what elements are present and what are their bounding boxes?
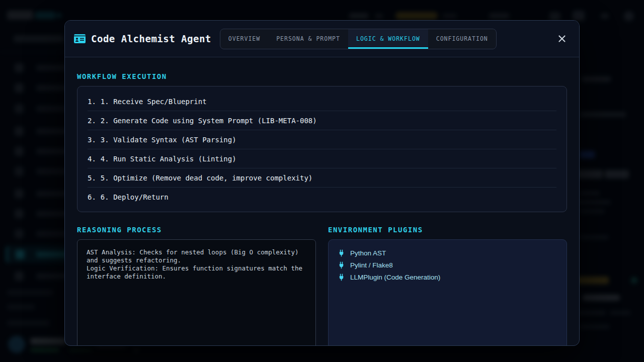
workflow-step-text: 6. Deploy/Return	[101, 193, 169, 201]
modal-body: WORKFLOW EXECUTION 1.1. Receive Spec/Blu…	[65, 57, 579, 346]
plugin-label: Pylint / Flake8	[350, 261, 393, 269]
plugins-list: Python AST Pylint / Flake8 LLMPlugin (Co…	[328, 239, 567, 346]
tab-bar: OVERVIEWPERSONA & PROMPTLOGIC & WORKFLOW…	[220, 29, 497, 49]
workflow-step-number: 6.	[88, 193, 96, 201]
plugin-label: Python AST	[350, 249, 386, 257]
tab-configuration[interactable]: CONFIGURATION	[428, 29, 496, 49]
workflow-step: 5.5. Optimize (Remove dead code, improve…	[88, 168, 556, 188]
plugin-item: Python AST	[338, 247, 557, 259]
workflow-step-text: 4. Run Static Analysis (Linting)	[101, 155, 236, 163]
workflow-step: 4.4. Run Static Analysis (Linting)	[88, 149, 556, 168]
workflow-step: 3.3. Validate Syntax (AST Parsing)	[88, 130, 556, 149]
workflow-step-number: 3.	[88, 136, 96, 144]
close-icon[interactable]	[555, 32, 569, 46]
plug-icon	[338, 261, 345, 269]
reasoning-text-area[interactable]: AST Analysis: Checks for nested loops (B…	[77, 239, 316, 346]
plug-icon	[338, 249, 345, 257]
workflow-step-text: 5. Optimize (Remove dead code, improve c…	[101, 174, 312, 182]
tab-persona-prompt[interactable]: PERSONA & PROMPT	[268, 29, 348, 49]
modal-title: Code Alchemist Agent	[91, 33, 211, 44]
workflow-step-number: 2.	[88, 117, 96, 125]
tab-overview[interactable]: OVERVIEW	[220, 29, 268, 49]
workflow-step-text: 3. Validate Syntax (AST Parsing)	[101, 136, 236, 144]
workflow-section-heading: WORKFLOW EXECUTION	[77, 72, 567, 80]
reasoning-section-heading: REASONING PROCESS	[77, 226, 316, 234]
plugin-item: Pylint / Flake8	[338, 259, 557, 271]
agent-detail-modal: Code Alchemist Agent OVERVIEWPERSONA & P…	[64, 20, 580, 346]
workflow-step-number: 5.	[88, 174, 96, 182]
plugins-section: ENVIRONMENT PLUGINS Python AST Pylint / …	[328, 226, 567, 346]
bottom-two-column-grid: REASONING PROCESS AST Analysis: Checks f…	[77, 226, 567, 346]
plugin-item: LLMPlugin (Code Generation)	[338, 271, 557, 283]
workflow-step-text: 1. Receive Spec/Blueprint	[101, 98, 207, 106]
plugins-section-heading: ENVIRONMENT PLUGINS	[328, 226, 567, 234]
workflow-step: 1.1. Receive Spec/Blueprint	[88, 92, 556, 111]
workflow-steps-list: 1.1. Receive Spec/Blueprint2.2. Generate…	[77, 86, 567, 212]
reasoning-section: REASONING PROCESS AST Analysis: Checks f…	[77, 226, 316, 346]
workflow-step-text: 2. Generate Code using System Prompt (LI…	[101, 117, 317, 125]
workflow-step-number: 4.	[88, 155, 96, 163]
tab-logic-workflow[interactable]: LOGIC & WORKFLOW	[348, 29, 428, 49]
plugin-label: LLMPlugin (Code Generation)	[350, 274, 440, 281]
plug-icon	[338, 274, 345, 281]
workflow-step: 2.2. Generate Code using System Prompt (…	[88, 111, 556, 130]
id-card-icon	[74, 34, 86, 43]
workflow-step-number: 1.	[88, 98, 96, 106]
workflow-step: 6.6. Deploy/Return	[88, 188, 556, 206]
modal-header: Code Alchemist Agent OVERVIEWPERSONA & P…	[65, 21, 579, 57]
